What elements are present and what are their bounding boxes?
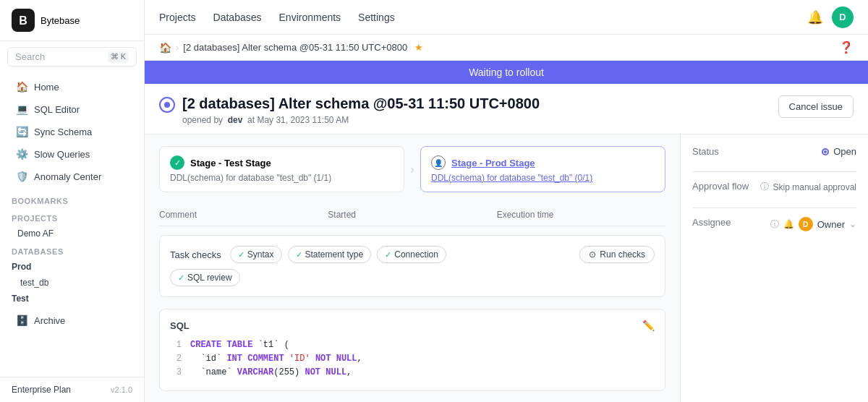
check-sql-review[interactable]: ✓ SQL review <box>170 269 240 286</box>
search-shortcut: ⌘ K <box>108 51 129 62</box>
code-content-1: CREATE TABLE `t1` ( <box>190 338 289 352</box>
issue-meta: opened by dev at May 31, 2023 11:50 AM <box>182 115 540 125</box>
breadcrumb: 🏠 › [2 databases] Alter schema @05-31 11… <box>159 42 423 54</box>
breadcrumb-star-icon[interactable]: ★ <box>414 42 423 53</box>
bookmarks-label: Bookmarks <box>0 191 144 208</box>
sidebar-item-slow-queries[interactable]: ⚙️ Slow Queries <box>4 143 140 165</box>
assignee-label: Assignee <box>692 217 731 228</box>
status-open-icon <box>822 148 829 155</box>
slow-queries-icon: ⚙️ <box>16 148 28 160</box>
breadcrumb-title[interactable]: [2 databases] Alter schema @05-31 11:50 … <box>183 42 407 53</box>
projects-label: Projects <box>0 208 144 226</box>
breadcrumb-bar: 🏠 › [2 databases] Alter schema @05-31 11… <box>145 35 868 61</box>
sidebar-db-test[interactable]: Test <box>0 291 144 307</box>
assignee-info-icon[interactable]: ⓘ <box>770 218 779 231</box>
issue-title-area: [2 databases] Alter schema @05-31 11:50 … <box>159 95 540 125</box>
sql-edit-icon[interactable]: ✏️ <box>642 320 655 331</box>
help-icon[interactable]: ❓ <box>839 40 854 54</box>
sidebar-db-prod[interactable]: Prod <box>0 259 144 275</box>
code-line-2: 2 `id` INT COMMENT 'ID' NOT NULL, <box>170 352 655 366</box>
approval-info-icon[interactable]: ⓘ <box>760 181 769 193</box>
sidebar-item-anomaly-center[interactable]: 🛡️ Anomaly Center <box>4 166 140 187</box>
sidebar-item-label: Anomaly Center <box>34 171 101 182</box>
sql-header: SQL ✏️ <box>170 320 655 331</box>
code-line-3: 3 `name` VARCHAR(255) NOT NULL, <box>170 366 655 380</box>
col-execution-time: Execution time <box>497 210 665 220</box>
issue-title-block: [2 databases] Alter schema @05-31 11:50 … <box>182 95 540 125</box>
assignee-bell-icon[interactable]: 🔔 <box>783 219 794 229</box>
stage-test: ✓ Stage - Test Stage DDL(schema) for dat… <box>159 146 404 192</box>
notification-bell-icon[interactable]: 🔔 <box>807 9 823 25</box>
status-banner: Waiting to rollout <box>145 61 868 84</box>
approval-skip-text: Skip manual approval <box>773 182 856 192</box>
sql-label: SQL <box>170 320 190 331</box>
sql-area: SQL ✏️ 1 CREATE TABLE `t1` ( 2 `id` INT … <box>159 309 665 391</box>
status-value: Open <box>822 146 856 157</box>
stage-test-header: ✓ Stage - Test Stage <box>170 155 393 170</box>
sidebar-item-label: Archive <box>34 315 65 326</box>
assignee-value: ⓘ 🔔 D Owner ⌄ <box>770 217 856 231</box>
run-checks-circle-icon: ⊙ <box>589 249 596 260</box>
line-num-1: 1 <box>170 338 182 352</box>
check-statement-type[interactable]: ✓ Statement type <box>288 246 372 263</box>
sidebar-item-label: Home <box>34 82 59 93</box>
status-open-text: Open <box>833 146 856 157</box>
check-connection-label: Connection <box>394 249 438 260</box>
enterprise-plan-label: Enterprise Plan <box>12 385 71 395</box>
check-syntax[interactable]: ✓ Syntax <box>230 246 282 263</box>
task-checks-label: Task checks <box>170 249 221 260</box>
nav-settings[interactable]: Settings <box>358 9 395 26</box>
sidebar: B Bytebase Search ⌘ K 🏠 Home 💻 SQL Edito… <box>0 0 145 402</box>
sync-schema-icon: 🔄 <box>16 126 28 137</box>
line-num-2: 2 <box>170 352 182 366</box>
issue-body: ✓ Stage - Test Stage DDL(schema) for dat… <box>145 134 868 402</box>
line-num-3: 3 <box>170 366 182 380</box>
assignee-row: Assignee ⓘ 🔔 D Owner ⌄ <box>692 217 856 231</box>
check-statement-type-label: Statement type <box>305 249 364 260</box>
approval-row: Approval flow ⓘ Skip manual approval <box>692 181 856 193</box>
check-sql-review-label: SQL review <box>187 273 232 283</box>
archive-icon: 🗄️ <box>16 315 28 326</box>
code-content-2: `id` INT COMMENT 'ID' NOT NULL, <box>190 352 362 366</box>
sidebar-project-demo-af[interactable]: Demo AF <box>0 226 144 241</box>
run-checks-button[interactable]: ⊙ Run checks <box>579 246 655 263</box>
divider <box>692 171 856 172</box>
col-started: Started <box>328 210 496 220</box>
topnav-right: 🔔 D <box>807 7 854 28</box>
search-box[interactable]: Search ⌘ K <box>7 47 137 67</box>
nav-databases[interactable]: Databases <box>213 9 262 26</box>
search-label: Search <box>15 51 45 62</box>
right-panel: Status Open Approval flow ⓘ Skip manual … <box>680 134 868 402</box>
stages-area: ✓ Stage - Test Stage DDL(schema) for dat… <box>159 146 665 192</box>
cancel-issue-button[interactable]: Cancel issue <box>778 95 854 118</box>
sidebar-nav: 🏠 Home 💻 SQL Editor 🔄 Sync Schema ⚙️ Slo… <box>0 72 144 191</box>
stage-prod-name[interactable]: Stage - Prod Stage <box>451 158 535 168</box>
stage-arrow-icon: › <box>404 146 420 192</box>
check-connection[interactable]: ✓ Connection <box>377 246 446 263</box>
sidebar-item-label: Sync Schema <box>34 127 92 137</box>
stage-prod-sub[interactable]: DDL(schema) for database "test_db" (0/1) <box>431 173 655 183</box>
user-avatar[interactable]: D <box>832 7 854 28</box>
sidebar-item-sync-schema[interactable]: 🔄 Sync Schema <box>4 121 140 142</box>
left-panel: ✓ Stage - Test Stage DDL(schema) for dat… <box>145 134 680 402</box>
assignee-section: Assignee ⓘ 🔔 D Owner ⌄ <box>692 217 856 231</box>
logo-area: B Bytebase <box>0 0 144 41</box>
status-label: Status <box>692 146 719 157</box>
sidebar-item-archive[interactable]: 🗄️ Archive <box>4 309 140 331</box>
approval-label: Approval flow <box>692 181 749 192</box>
stage-test-sub: DDL(schema) for database "test_db" (1/1) <box>170 173 393 183</box>
status-banner-text: Waiting to rollout <box>469 67 544 78</box>
sidebar-item-home[interactable]: 🏠 Home <box>4 76 140 98</box>
sidebar-item-sql-editor[interactable]: 💻 SQL Editor <box>4 98 140 120</box>
stage-test-name: Stage - Test Stage <box>190 158 271 168</box>
assignee-chevron-icon[interactable]: ⌄ <box>849 219 856 229</box>
task-checks-row: Task checks ✓ Syntax ✓ Statement type ✓ … <box>170 246 655 263</box>
check-sql-review-icon: ✓ <box>178 273 184 283</box>
sidebar-db-test-db[interactable]: test_db <box>0 275 144 291</box>
divider-2 <box>692 208 856 208</box>
nav-environments[interactable]: Environments <box>279 9 341 26</box>
nav-projects[interactable]: Projects <box>159 9 196 26</box>
breadcrumb-home-icon[interactable]: 🏠 <box>159 42 171 54</box>
logo-text: Bytebase <box>41 15 80 26</box>
main-content: 🏠 › [2 databases] Alter schema @05-31 11… <box>145 35 868 402</box>
